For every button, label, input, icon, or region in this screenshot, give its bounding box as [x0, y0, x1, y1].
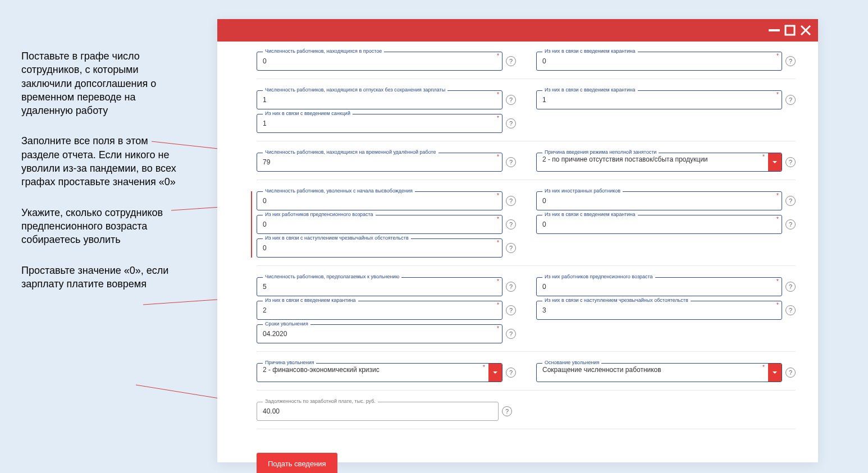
help-icon[interactable]: ? [506, 157, 516, 167]
dismissed-prepension-field[interactable]: Из них работников предпенсионного возрас… [257, 215, 502, 234]
submit-button[interactable]: Подать сведения [257, 453, 337, 473]
help-icon[interactable]: ? [785, 305, 796, 315]
field-label: Сроки увольнения [263, 321, 310, 327]
divider [257, 79, 796, 79]
required-star: * [497, 326, 499, 332]
required-star: * [776, 217, 779, 222]
required-star: * [776, 53, 779, 59]
dismiss-dates-field[interactable]: Сроки увольнения * [257, 324, 502, 343]
dismiss-reason-field[interactable]: Причина увольнения 2 - финансово-экономи… [257, 363, 502, 382]
salary-debt-input[interactable] [257, 402, 498, 420]
sanctions-field[interactable]: Из них в связи с введением санкций * [257, 114, 502, 133]
required-star: * [497, 217, 499, 222]
planned-dismiss-input[interactable] [257, 278, 502, 296]
planned-prepension-input[interactable] [537, 278, 782, 296]
help-icon[interactable]: ? [785, 282, 796, 292]
unpaid-leave-quarantine-input[interactable] [537, 91, 782, 109]
help-icon[interactable]: ? [785, 157, 796, 167]
help-icon[interactable]: ? [506, 95, 516, 105]
help-icon[interactable]: ? [506, 329, 516, 339]
remote-input[interactable] [257, 153, 502, 171]
help-icon[interactable]: ? [506, 196, 516, 206]
field-label: Причина введения режима неполной занятос… [542, 149, 659, 155]
help-icon[interactable]: ? [506, 282, 516, 292]
help-icon[interactable]: ? [502, 406, 512, 416]
help-icon[interactable]: ? [506, 118, 516, 128]
chevron-down-icon[interactable] [488, 364, 502, 382]
chevron-down-icon[interactable] [768, 153, 782, 171]
dismissed-foreign-field[interactable]: Из них иностранных работников * [536, 191, 782, 210]
chevron-down-icon[interactable] [768, 364, 782, 382]
planned-emergency-input[interactable] [537, 301, 782, 319]
field-label: Численность работников, находящихся в пр… [263, 48, 384, 54]
close-icon[interactable] [800, 25, 811, 36]
remote-field[interactable]: Численность работников, находящихся на в… [257, 153, 502, 172]
svg-rect-5 [785, 26, 794, 35]
divider [257, 265, 796, 266]
help-icon[interactable]: ? [506, 368, 516, 378]
help-icon[interactable]: ? [785, 56, 796, 66]
field-label: Численность работников, уволенных с нача… [263, 188, 415, 194]
dismissed-input[interactable] [257, 192, 502, 210]
idle-count-field[interactable]: Численность работников, находящихся в пр… [257, 52, 502, 71]
field-label: Из них работников предпенсионного возрас… [263, 212, 376, 217]
parttime-reason-field[interactable]: Причина введения режима неполной занятос… [536, 153, 782, 172]
dismissed-emergency-field[interactable]: Из них в связи с наступлением чрезвычайн… [257, 238, 502, 258]
help-icon[interactable]: ? [785, 196, 796, 206]
idle-quarantine-input[interactable] [537, 52, 782, 70]
field-label: Из них в связи с введением санкций [263, 111, 353, 116]
planned-emergency-field[interactable]: Из них в связи с наступлением чрезвычайн… [536, 301, 782, 320]
unpaid-leave-field[interactable]: Численность работников, находящихся в от… [257, 90, 502, 109]
app-window: Численность работников, находящихся в пр… [217, 19, 818, 462]
divider [257, 429, 796, 429]
field-label: Из них работников предпенсионного возрас… [542, 274, 655, 279]
field-label: Задолженность по заработной плате, тыс. … [263, 398, 378, 404]
field-label: Из них в связи с введением карантина [542, 212, 638, 217]
help-icon[interactable]: ? [506, 219, 516, 229]
salary-debt-field[interactable]: Задолженность по заработной плате, тыс. … [257, 402, 499, 421]
required-star: * [762, 365, 765, 370]
required-star: * [776, 279, 779, 284]
help-icon[interactable]: ? [785, 95, 796, 105]
required-star: * [497, 240, 499, 246]
help-icon[interactable]: ? [506, 56, 516, 66]
help-icon[interactable]: ? [506, 305, 516, 315]
required-star: * [497, 154, 499, 160]
sanctions-input[interactable] [257, 114, 502, 132]
annotations-panel: Поставьте в графе число сотрудников, с к… [21, 49, 184, 307]
required-star: * [497, 92, 499, 98]
divider [257, 351, 796, 352]
dismissed-quarantine-input[interactable] [537, 215, 782, 233]
maximize-icon[interactable] [784, 25, 796, 36]
idle-count-input[interactable] [257, 52, 502, 70]
required-star: * [497, 302, 499, 308]
form-area: Численность работников, находящихся в пр… [217, 42, 818, 473]
planned-quarantine-field[interactable]: Из них в связи с введением карантина * [257, 301, 502, 320]
field-label: Из них в связи с наступлением чрезвычайн… [542, 297, 691, 303]
dismissed-prepension-input[interactable] [257, 215, 502, 233]
dismissed-foreign-input[interactable] [537, 192, 782, 210]
help-icon[interactable]: ? [785, 368, 796, 378]
help-icon[interactable]: ? [506, 243, 516, 253]
planned-dismiss-field[interactable]: Численность работников, предполагаемых к… [257, 277, 502, 296]
field-label: Из них в связи с введением карантина [542, 87, 638, 93]
dismiss-basis-field[interactable]: Основание увольнения Сокращение численно… [536, 363, 782, 382]
unpaid-leave-input[interactable] [257, 91, 502, 109]
minimize-icon[interactable] [769, 25, 780, 36]
required-star: * [762, 154, 765, 160]
idle-quarantine-field[interactable]: Из них в связи с введением карантина * [536, 52, 782, 71]
svg-rect-4 [769, 29, 780, 31]
divider [257, 180, 796, 180]
dismissed-quarantine-field[interactable]: Из них в связи с введением карантина * [536, 215, 782, 234]
help-icon[interactable]: ? [785, 219, 796, 229]
unpaid-leave-quarantine-field[interactable]: Из них в связи с введением карантина * [536, 90, 782, 109]
planned-prepension-field[interactable]: Из них работников предпенсионного возрас… [536, 277, 782, 296]
dismiss-dates-input[interactable] [257, 325, 502, 343]
planned-quarantine-input[interactable] [257, 301, 502, 319]
dismiss-reason-value: 2 - финансово-экономический кризис [257, 364, 488, 382]
field-label: Из них в связи с наступлением чрезвычайн… [263, 235, 411, 241]
dismissed-emergency-input[interactable] [257, 239, 502, 257]
dismiss-basis-value: Сокращение численности работников [537, 364, 768, 382]
field-label: Основание увольнения [542, 360, 601, 365]
dismissed-field[interactable]: Численность работников, уволенных с нача… [257, 191, 502, 210]
